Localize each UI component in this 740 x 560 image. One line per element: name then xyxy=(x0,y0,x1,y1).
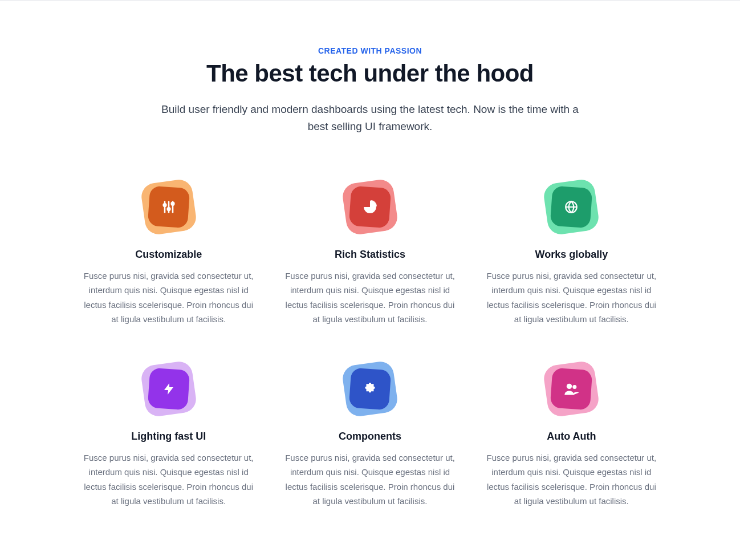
feature-works-globally: Works globally Fusce purus nisi, gravida… xyxy=(482,181,661,327)
icon-box xyxy=(349,367,392,410)
users-icon xyxy=(563,381,579,397)
bolt-icon xyxy=(162,382,176,396)
feature-desc: Fusce purus nisi, gravida sed consectetu… xyxy=(79,451,258,509)
feature-customizable: Customizable Fusce purus nisi, gravida s… xyxy=(79,181,258,327)
feature-desc: Fusce purus nisi, gravida sed consectetu… xyxy=(482,451,661,509)
feature-icon-wrap xyxy=(143,363,194,415)
feature-desc: Fusce purus nisi, gravida sed consectetu… xyxy=(482,269,661,327)
svg-point-3 xyxy=(163,204,166,206)
feature-desc: Fusce purus nisi, gravida sed consectetu… xyxy=(79,269,258,327)
globe-icon xyxy=(564,200,579,214)
puzzle-icon xyxy=(363,382,377,396)
feature-icon-wrap xyxy=(143,181,194,233)
feature-icon-wrap xyxy=(546,363,597,415)
svg-point-4 xyxy=(167,208,170,210)
feature-title: Works globally xyxy=(482,249,661,261)
icon-box xyxy=(147,185,190,228)
feature-components: Components Fusce purus nisi, gravida sed… xyxy=(280,363,459,509)
sliders-icon xyxy=(161,199,177,215)
svg-point-5 xyxy=(171,202,174,205)
feature-title: Components xyxy=(280,431,459,443)
feature-desc: Fusce purus nisi, gravida sed consectetu… xyxy=(280,451,459,509)
svg-point-8 xyxy=(573,385,577,389)
feature-title: Customizable xyxy=(79,249,258,261)
icon-box xyxy=(349,185,392,228)
icon-box xyxy=(147,367,190,410)
icon-box xyxy=(550,367,593,410)
section-headline: The best tech under the hood xyxy=(79,60,661,87)
feature-icon-wrap xyxy=(344,181,396,233)
section-subheadline: Build user friendly and modern dashboard… xyxy=(153,101,587,136)
feature-desc: Fusce purus nisi, gravida sed consectetu… xyxy=(280,269,459,327)
features-section: CREATED WITH PASSION The best tech under… xyxy=(56,1,684,543)
feature-title: Lighting fast UI xyxy=(79,431,258,443)
pie-chart-icon xyxy=(363,200,377,214)
features-grid: Customizable Fusce purus nisi, gravida s… xyxy=(79,181,661,509)
feature-icon-wrap xyxy=(546,181,597,233)
svg-point-7 xyxy=(567,383,572,388)
feature-title: Rich Statistics xyxy=(280,249,459,261)
feature-title: Auto Auth xyxy=(482,431,661,443)
feature-rich-statistics: Rich Statistics Fusce purus nisi, gravid… xyxy=(280,181,459,327)
icon-box xyxy=(550,185,593,228)
feature-auto-auth: Auto Auth Fusce purus nisi, gravida sed … xyxy=(482,363,661,509)
feature-lighting-fast-ui: Lighting fast UI Fusce purus nisi, gravi… xyxy=(79,363,258,509)
feature-icon-wrap xyxy=(344,363,396,415)
section-eyebrow: CREATED WITH PASSION xyxy=(79,46,661,55)
